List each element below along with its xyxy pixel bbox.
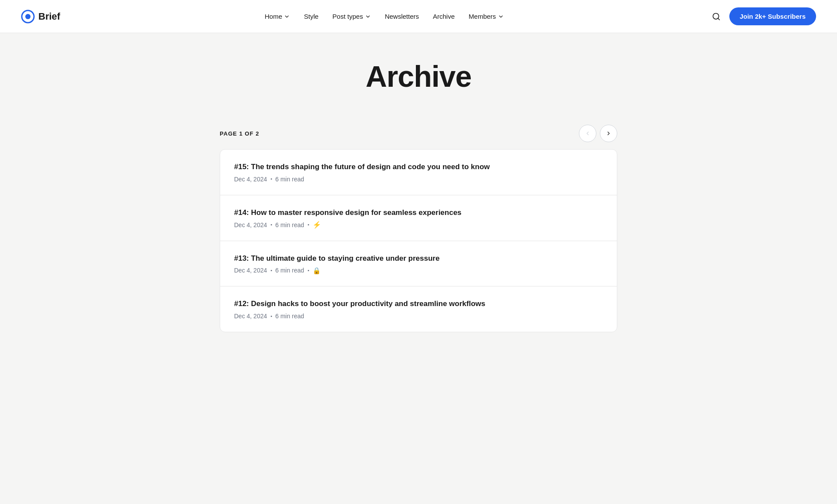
post-title: #13: The ultimate guide to staying creat… [234, 253, 603, 264]
main-content: Archive PAGE 1 OF 2 #15: The trends shap… [209, 33, 628, 367]
page-hero: Archive [220, 59, 617, 93]
nav-link-members[interactable]: Members [463, 9, 510, 24]
logo-icon [21, 10, 35, 24]
post-meta: Dec 4, 20246 min read [234, 313, 603, 320]
meta-dot [308, 224, 309, 225]
home-chevron-down-icon [284, 14, 290, 20]
logo-link[interactable]: Brief [21, 10, 60, 24]
post-read-time: 6 min read [276, 267, 304, 274]
meta-dot [271, 316, 272, 317]
meta-dot [308, 270, 309, 271]
nav-links: HomeStylePost typesNewslettersArchiveMem… [259, 9, 510, 24]
post-date: Dec 4, 2024 [234, 176, 267, 183]
members-chevron-down-icon [498, 14, 504, 20]
cta-button[interactable]: Join 2k+ Subscribers [729, 7, 816, 25]
nav-link-home[interactable]: Home [259, 9, 296, 24]
post-meta: Dec 4, 20246 min read [234, 176, 603, 183]
logo-text: Brief [38, 11, 60, 22]
search-icon [712, 12, 721, 21]
post-meta: Dec 4, 20246 min read⚡ [234, 221, 603, 228]
meta-dot [271, 178, 272, 180]
post-list: #15: The trends shaping the future of de… [220, 149, 617, 332]
page-title: Archive [220, 59, 617, 93]
svg-line-3 [718, 18, 720, 20]
post-date: Dec 4, 2024 [234, 313, 267, 320]
post-meta: Dec 4, 20246 min read🔒 [234, 267, 603, 274]
post-item[interactable]: #13: The ultimate guide to staying creat… [220, 241, 617, 287]
pagination-controls [579, 125, 617, 142]
nav-link-style[interactable]: Style [298, 9, 324, 24]
nav-right: Join 2k+ Subscribers [708, 7, 816, 25]
chevron-left-icon [585, 130, 591, 136]
post-read-time: 6 min read [276, 176, 304, 183]
prev-page-button[interactable] [579, 125, 596, 142]
navbar: Brief HomeStylePost typesNewslettersArch… [0, 0, 837, 33]
search-button[interactable] [708, 9, 724, 24]
post-item[interactable]: #12: Design hacks to boost your producti… [220, 286, 617, 332]
chevron-right-icon [606, 130, 612, 136]
post-item[interactable]: #14: How to master responsive design for… [220, 195, 617, 241]
nav-link-post-types[interactable]: Post types [327, 9, 377, 24]
svg-point-1 [25, 14, 31, 19]
meta-dot [271, 270, 272, 271]
pagination-header: PAGE 1 OF 2 [220, 125, 617, 142]
post-title: #15: The trends shaping the future of de… [234, 162, 603, 172]
lightning-badge-icon: ⚡ [313, 221, 321, 228]
post-title: #14: How to master responsive design for… [234, 208, 603, 218]
page-label: PAGE 1 OF 2 [220, 130, 259, 137]
nav-link-archive[interactable]: Archive [427, 9, 461, 24]
nav-link-newsletters[interactable]: Newsletters [379, 9, 425, 24]
lock-badge-icon: 🔒 [313, 267, 321, 274]
meta-dot [271, 224, 272, 225]
post-item[interactable]: #15: The trends shaping the future of de… [220, 150, 617, 195]
post-read-time: 6 min read [276, 313, 304, 320]
next-page-button[interactable] [600, 125, 617, 142]
post-date: Dec 4, 2024 [234, 267, 267, 274]
post-title: #12: Design hacks to boost your producti… [234, 299, 603, 309]
post-types-chevron-down-icon [365, 14, 371, 20]
post-read-time: 6 min read [276, 221, 304, 228]
post-date: Dec 4, 2024 [234, 221, 267, 228]
